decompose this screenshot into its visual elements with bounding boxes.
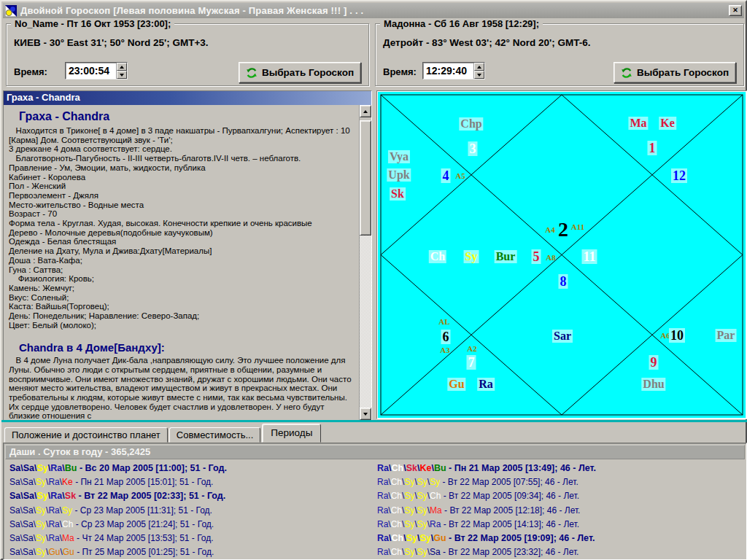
chart-label-A3: A3 [440, 346, 449, 354]
scrollbar-thumb[interactable] [360, 120, 371, 236]
male-time-input[interactable]: 23:00:54 [65, 62, 128, 79]
spin-down-button[interactable] [474, 71, 484, 79]
graha-block: Возраст - 70 [9, 209, 356, 219]
dasha-date: - Ср 23 Мар 2005 [11:31]; 51 - Год. [72, 505, 212, 516]
dasha-row[interactable]: Sa\Sa\Sy\Ra\Ke - Пн 21 Мар 2005 [15:01];… [9, 475, 373, 489]
scrollbar-track[interactable] [360, 236, 371, 408]
dasha-row[interactable]: Ra\Ch\Sk\Ke\Bu - Пн 21 Мар 2005 [13:49];… [377, 462, 742, 475]
dasha-planet-Ra: Ra [430, 519, 441, 529]
male-person-group: No_Name - Пт 16 Окт 1953 [23:00]; КИЕВ -… [6, 23, 369, 86]
female-time-value: 12:29:40 [423, 63, 473, 79]
dasha-date: - Пн 21 Мар 2005 [13:49]; 46 - Лет. [446, 463, 596, 473]
graha-block: Пол - Женский [9, 182, 356, 191]
dasha-planet-Sy: Sy [404, 477, 414, 487]
dasha-planet-Sy: Sy [36, 519, 46, 529]
spin-down-button[interactable] [117, 71, 127, 79]
graha-block: Первоэлемент - Джяля [9, 191, 356, 201]
graha-text[interactable]: Граха - Chandra Находится в Триконе[ в 4… [4, 105, 359, 420]
dasha-col-left: Sa\Sa\Sy\Ra\Bu - Вс 20 Мар 2005 [11:00];… [9, 462, 373, 559]
dasha-planet-Sa: Sa [9, 491, 20, 501]
female-time-spinner [473, 63, 484, 79]
dasha-planet-Gu: Gu [433, 533, 446, 543]
female-time-input[interactable]: 12:29:40 [422, 62, 485, 79]
close-icon: ✕ [732, 7, 738, 14]
female-select-horoscope-button[interactable]: Выбрать Гороскоп [614, 62, 736, 83]
dasha-planet-Sy: Sy [417, 547, 427, 557]
chart-label-Sy: Sy [464, 250, 479, 263]
dasha-planet-Sk: Sk [65, 491, 76, 501]
dasha-date: - Чт 24 Мар 2005 [13:53]; 51 - Год. [74, 533, 214, 543]
tab-bar: Положение и достоинство планет Совместим… [3, 423, 321, 443]
female-person-group: Мадонна - Сб 16 Авг 1958 [12:29]; Детрой… [375, 23, 744, 86]
chart-label-Vya: Vya [388, 150, 410, 163]
dasha-row[interactable]: Sa\Sa\Sy\Ra\Sy - Ср 23 Мар 2005 [11:31];… [9, 504, 373, 518]
chart-label-Dhu: Dhu [641, 378, 665, 391]
dasha-planet-Sa: Sa [23, 491, 34, 501]
graha-block: Одежда - Белая блестящая [9, 237, 356, 246]
scroll-up-button[interactable] [360, 105, 371, 117]
dasha-row[interactable]: Sa\Sa\Sy\Ra\Ma - Чт 24 Мар 2005 [13:53];… [9, 532, 373, 545]
close-button[interactable]: ✕ [729, 5, 742, 16]
chart-label-A4: A4 [545, 226, 554, 234]
chart-label-Ke: Ke [659, 117, 676, 130]
horoscope-chart: Chp3VyaUpkSk4A5MaKe112A42A11ChSyBur5A811… [376, 90, 747, 419]
dasha-planet-Sy: Sy [417, 477, 427, 487]
dasha-planet-Sa: Sa [9, 547, 20, 557]
spin-up-button[interactable] [474, 63, 484, 71]
dasha-planet-Ra: Ra [48, 477, 59, 487]
dasha-row[interactable]: Sa\Sa\Sy\Ra\Sk - Вт 22 Мар 2005 [02:33];… [9, 489, 373, 503]
dasha-planet-Sy: Sy [36, 477, 46, 487]
graha-block: Цвет: Белый (молоко); [9, 321, 356, 330]
dasha-row[interactable]: Ra\Ch\Sy\Sy\Gu - Вт 22 Мар 2005 [19:09];… [377, 532, 742, 545]
graha-block: 3 дреккане 4 дома соответствует: сердце. [9, 144, 356, 154]
dasha-planet-Ch: Ch [391, 477, 402, 487]
dasha-planet-Sa: Sa [23, 547, 34, 557]
dasha-row[interactable]: Ra\Ch\Sy\Sy\Sy - Вт 22 Мар 2005 [07:55];… [377, 475, 742, 489]
chart-label-Gu: Gu [447, 378, 465, 391]
dasha-row[interactable]: Sa\Sa\Sy\Gu\Gu - Пт 25 Мар 2005 [01:25];… [9, 545, 373, 559]
dasha-row[interactable]: Sa\Sa\Sy\Ra\Ch - Ср 23 Мар 2005 [21:24];… [9, 518, 373, 532]
spin-up-button[interactable] [117, 63, 127, 71]
dasha-planet-Ra: Ra [50, 491, 62, 501]
dasha-planet-Ra: Ra [377, 547, 388, 557]
chart-label-AL: AL [438, 318, 449, 326]
tab-periods[interactable]: Периоды [262, 424, 321, 443]
dasha-row[interactable]: Sa\Sa\Sy\Ra\Bu - Вс 20 Мар 2005 [11:00];… [9, 462, 373, 475]
dasha-planet-Sy: Sy [62, 505, 72, 516]
graha-block: Каста: Вайшья(Торговец); [9, 302, 356, 311]
dasha-planet-Ch: Ch [391, 547, 402, 557]
dasha-planet-Sy: Sy [404, 547, 414, 557]
chart-label-A8: A8 [546, 254, 555, 262]
dasha-planet-Sk: Sk [406, 463, 417, 473]
dasha-date: - Вт 22 Мар 2005 [07:55]; 46 - Лет. [440, 477, 578, 487]
graha-scrollbar[interactable] [359, 105, 371, 420]
dasha-planet-Sa: Sa [23, 519, 34, 529]
dasha-planet-Bu: Bu [65, 463, 77, 473]
tab-compatibility[interactable]: Совместимость... [169, 427, 261, 443]
male-select-horoscope-button[interactable]: Выбрать Гороскоп [239, 62, 361, 83]
dasha-date: - Вт 22 Мар 2005 [14:13]; 46 - Лет. [441, 519, 579, 529]
dasha-planet-Sa: Sa [23, 505, 34, 516]
chart-label-Upk: Upk [387, 168, 411, 182]
dasha-date: - Вс 20 Мар 2005 [11:00]; 51 - Год. [77, 463, 226, 473]
male-time-label: Время: [14, 66, 47, 77]
graha-block: Форма тела - Круглая. Худая, высокая. Ко… [9, 219, 356, 228]
chart-label-8: 8 [559, 274, 568, 289]
dasha-planet-Sa: Sa [23, 533, 34, 543]
dasha-row[interactable]: Ra\Ch\Sy\Sy\Ch - Вт 22 Мар 2005 [09:34];… [377, 489, 742, 503]
dasha-row[interactable]: Ra\Ch\Sy\Sy\Ra - Вт 22 Мар 2005 [14:13];… [377, 518, 742, 532]
dasha-row[interactable]: Ra\Ch\Sy\Sy\Ma - Вт 22 Мар 2005 [12:18];… [377, 504, 742, 518]
tab-planet-position[interactable]: Положение и достоинство планет [4, 427, 168, 443]
graha-block: Место-жительство - Водные места [9, 201, 356, 210]
scroll-down-button[interactable] [360, 408, 371, 420]
graha-block: Физиология: Кровь; [9, 274, 356, 284]
chart-label-10: 10 [669, 328, 685, 343]
triangle-down-icon [477, 74, 481, 77]
dasha-planet-Sy: Sy [37, 491, 48, 501]
dasha-list[interactable]: Sa\Sa\Sy\Ra\Bu - Вс 20 Мар 2005 [11:00];… [4, 462, 746, 559]
title-bar[interactable]: Двойной Гороскоп [Левая половина Мужская… [3, 3, 744, 18]
dasha-row[interactable]: Ra\Ch\Sy\Sy\Sa - Вт 22 Мар 2005 [23:32];… [377, 545, 742, 559]
graha-block: Дерево - Молочные деревья(подобные каучу… [9, 228, 356, 238]
triangle-up-icon [120, 66, 124, 69]
graha-block: Chandra в 4 Доме[Бандху]: [9, 339, 356, 356]
